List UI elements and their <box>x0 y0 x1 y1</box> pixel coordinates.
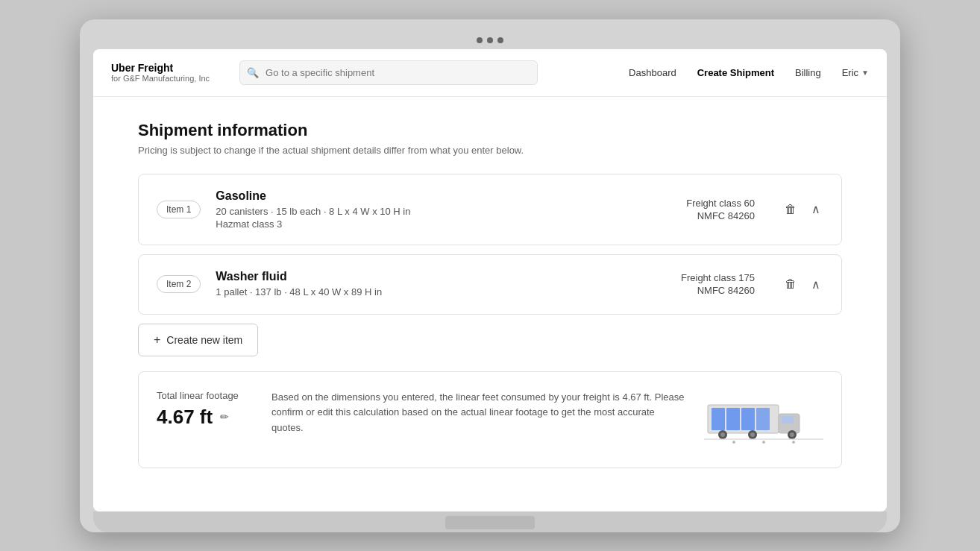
footage-value-row: 4.67 ft ✏ <box>157 406 254 429</box>
search-input[interactable] <box>239 60 538 85</box>
search-icon: 🔍 <box>247 67 259 78</box>
nmfc-2: NMFC 84260 <box>681 285 755 296</box>
trackpad <box>445 516 535 529</box>
create-btn-label: Create new item <box>166 334 242 346</box>
camera-dot <box>477 37 483 43</box>
item-details-1: 20 canisters · 15 lb each · 8 L x 4 W x … <box>216 206 671 217</box>
svg-rect-3 <box>741 408 755 430</box>
svg-rect-4 <box>756 408 770 430</box>
chevron-down-icon: ▼ <box>861 69 869 77</box>
item-details-2: 1 pallet · 137 lb · 48 L x 40 W x 89 H i… <box>216 286 666 297</box>
item-badge-2: Item 2 <box>157 275 201 293</box>
page-subtitle: Pricing is subject to change if the actu… <box>138 145 842 156</box>
create-new-item-button[interactable]: + Create new item <box>138 324 258 356</box>
nav-links: Dashboard Create Shipment Billing Eric ▼ <box>629 67 869 78</box>
item-name-2: Washer fluid <box>216 270 666 283</box>
svg-point-15 <box>762 441 765 444</box>
trash-icon: 🗑 <box>785 203 797 216</box>
svg-point-12 <box>790 432 794 437</box>
item-card-1: Item 1 Gasoline 20 canisters · 15 lb eac… <box>138 174 842 245</box>
pencil-icon: ✏ <box>220 411 229 423</box>
nav-create-shipment[interactable]: Create Shipment <box>697 67 774 78</box>
item-info-1: Gasoline 20 canisters · 15 lb each · 8 L… <box>216 189 671 230</box>
collapse-button-1[interactable]: ∧ <box>808 199 823 219</box>
footage-left: Total linear footage 4.67 ft ✏ <box>157 390 254 429</box>
svg-point-14 <box>732 441 735 444</box>
delete-button-1[interactable]: 🗑 <box>782 200 800 219</box>
brand-title: Uber Freight <box>111 62 210 74</box>
plus-icon: + <box>154 333 160 347</box>
svg-rect-2 <box>726 408 740 430</box>
footage-card: Total linear footage 4.67 ft ✏ Based on … <box>138 371 842 468</box>
camera-dot <box>487 37 493 43</box>
freight-class-1: Freight class 60 <box>686 198 755 209</box>
footage-value: 4.67 ft <box>157 406 213 429</box>
delete-button-2[interactable]: 🗑 <box>782 274 800 294</box>
main-content: Shipment information Pricing is subject … <box>93 97 887 492</box>
navbar: Uber Freight for G&F Manufacturing, Inc … <box>93 49 887 97</box>
page-title: Shipment information <box>138 121 842 140</box>
svg-point-16 <box>792 441 795 444</box>
search-wrapper: 🔍 <box>239 60 538 85</box>
nav-dashboard[interactable]: Dashboard <box>629 67 676 78</box>
footage-label: Total linear footage <box>157 390 254 401</box>
truck-visual <box>704 390 823 450</box>
svg-rect-1 <box>712 408 725 430</box>
item-actions-1: 🗑 ∧ <box>782 199 823 219</box>
nmfc-1: NMFC 84260 <box>686 210 755 221</box>
camera-dot <box>497 37 503 43</box>
brand: Uber Freight for G&F Manufacturing, Inc <box>111 62 210 83</box>
nav-user[interactable]: Eric ▼ <box>842 67 869 78</box>
item-actions-2: 🗑 ∧ <box>782 274 823 295</box>
chevron-up-icon: ∧ <box>811 202 820 216</box>
freight-class-2: Freight class 175 <box>681 272 755 283</box>
trash-icon: 🗑 <box>785 277 797 291</box>
nav-billing[interactable]: Billing <box>795 67 821 78</box>
item-freight-1: Freight class 60 NMFC 84260 <box>686 198 755 221</box>
item-info-2: Washer fluid 1 pallet · 137 lb · 48 L x … <box>216 270 666 299</box>
svg-point-10 <box>750 432 755 437</box>
item-extra-1: Hazmat class 3 <box>216 218 671 230</box>
brand-subtitle: for G&F Manufacturing, Inc <box>111 74 210 83</box>
svg-point-8 <box>720 432 725 437</box>
svg-rect-6 <box>782 416 794 424</box>
footage-description: Based on the dimensions you entered, the… <box>271 390 686 436</box>
item-card-2: Item 2 Washer fluid 1 pallet · 137 lb · … <box>138 254 842 315</box>
chevron-up-icon: ∧ <box>811 277 820 292</box>
collapse-button-2[interactable]: ∧ <box>808 274 823 295</box>
item-name-1: Gasoline <box>216 189 671 203</box>
item-freight-2: Freight class 175 NMFC 84260 <box>681 272 755 296</box>
footage-edit-button[interactable]: ✏ <box>220 411 229 423</box>
nav-user-label: Eric <box>842 67 858 78</box>
item-badge-1: Item 1 <box>157 201 201 218</box>
